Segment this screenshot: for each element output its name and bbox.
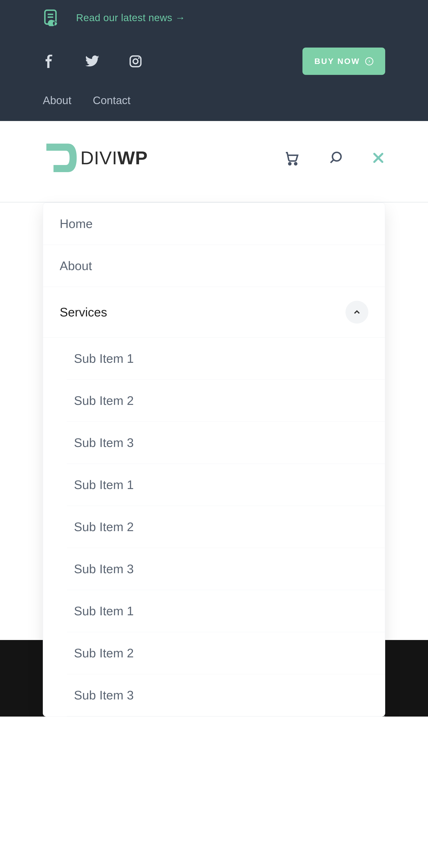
topbar-nav-about[interactable]: About	[43, 94, 71, 107]
collapse-toggle[interactable]	[345, 301, 368, 323]
submenu-item[interactable]: Sub Item 3	[67, 548, 385, 590]
topbar-actions-row: BUY NOW	[43, 48, 385, 75]
buy-now-label: BUY NOW	[314, 57, 360, 66]
menu-item-label: Services	[60, 305, 107, 319]
facebook-icon[interactable]	[43, 55, 56, 68]
menu-item-label: About	[60, 259, 92, 273]
site-header: DIVIWP	[0, 121, 428, 203]
submenu-item[interactable]: Sub Item 2	[67, 506, 385, 548]
logo-mark-icon	[43, 140, 79, 176]
submenu-item[interactable]: Sub Item 1	[67, 464, 385, 506]
services-submenu: Sub Item 1 Sub Item 2 Sub Item 3 Sub Ite…	[43, 338, 385, 716]
twitter-icon[interactable]	[85, 54, 100, 69]
logo-text-light: DIVI	[80, 147, 118, 168]
mobile-menu: Home About Services Sub Item 1 Sub Item …	[43, 203, 385, 717]
news-link[interactable]: Read our latest news →	[76, 12, 185, 24]
topbar: Read our latest news → BUY NOW About Con…	[0, 0, 428, 121]
buy-now-button[interactable]: BUY NOW	[302, 48, 385, 75]
close-icon[interactable]	[371, 151, 385, 165]
menu-item-about[interactable]: About	[43, 245, 385, 287]
submenu-item[interactable]: Sub Item 3	[67, 674, 385, 716]
announcement-row: Read our latest news →	[43, 9, 385, 26]
instagram-icon[interactable]	[128, 54, 143, 68]
logo-text-bold: WP	[118, 147, 148, 168]
arrow-circle-icon	[365, 57, 373, 65]
page-lower: Home About Services Sub Item 1 Sub Item …	[0, 203, 428, 717]
svg-point-4	[295, 163, 297, 165]
menu-item-services[interactable]: Services	[43, 287, 385, 338]
social-links	[43, 54, 143, 69]
submenu-item[interactable]: Sub Item 2	[67, 632, 385, 674]
submenu-item[interactable]: Sub Item 1	[67, 338, 385, 380]
svg-point-3	[289, 163, 291, 165]
news-document-icon	[43, 9, 59, 26]
svg-point-2	[138, 57, 140, 59]
topbar-nav: About Contact	[43, 94, 385, 107]
svg-point-1	[133, 59, 138, 64]
site-logo[interactable]: DIVIWP	[43, 140, 148, 176]
topbar-nav-contact[interactable]: Contact	[93, 94, 130, 107]
cart-icon[interactable]	[284, 150, 300, 166]
submenu-item[interactable]: Sub Item 3	[67, 422, 385, 464]
menu-item-label: Home	[60, 217, 93, 231]
menu-item-home[interactable]: Home	[43, 203, 385, 245]
search-icon[interactable]	[328, 151, 343, 165]
svg-point-5	[332, 152, 341, 161]
submenu-item[interactable]: Sub Item 1	[67, 590, 385, 632]
submenu-item[interactable]: Sub Item 2	[67, 380, 385, 422]
header-icon-group	[284, 150, 385, 166]
logo-text: DIVIWP	[80, 147, 148, 169]
chevron-up-icon	[352, 307, 362, 317]
